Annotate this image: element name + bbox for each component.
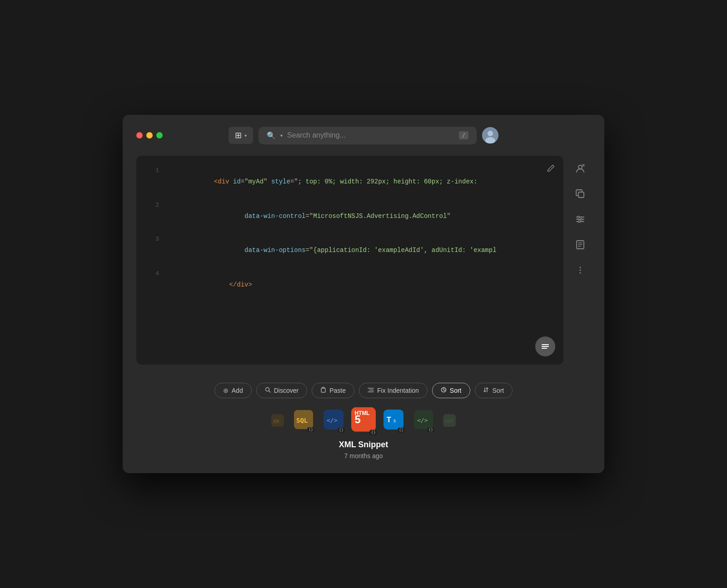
sidebar-more-icon[interactable] [572,262,588,278]
code-line-4: 4 </div> [136,268,563,302]
code-line-2: 2 data-win-control="MicrosoftNSJS.Advert… [136,199,563,234]
bottom-section: ⊕ Add Discover P [123,378,604,473]
close-button[interactable] [136,132,143,138]
sidebar-notes-icon[interactable] [572,237,588,253]
sort-time-icon [441,387,447,394]
code-line-1: 1 <div id="myAd" style="; top: 0%; width… [136,165,563,199]
titlebar-center: ⊞ ▾ 🔍 ▾ Search anything... / [229,127,498,144]
add-icon: ⊕ [223,387,229,394]
discover-button[interactable]: Discover [256,383,307,398]
paste-icon [320,387,326,394]
snippet-item-2[interactable]: SQL {} [292,409,315,432]
edit-icon-button[interactable] [547,164,555,174]
sort-alpha-icon [483,387,489,394]
right-sidebar [570,156,591,365]
snippet-title: XML Snippet [136,440,591,450]
minimize-button[interactable] [146,132,153,138]
line-number-1: 1 [145,165,159,176]
code-content-4: </div> [168,268,252,302]
sort-time-label: Sort [450,387,462,394]
svg-text:s: s [393,418,396,423]
svg-text:</>: </> [327,417,338,424]
toolbar: ⊕ Add Discover P [136,383,591,398]
svg-text:XM: XM [273,419,279,425]
text-format-button[interactable] [535,336,555,356]
add-button[interactable]: ⊕ Add [214,383,252,398]
snippet-date: 7 months ago [136,452,591,460]
discover-label: Discover [274,387,299,394]
sidebar-copy-icon[interactable] [572,186,588,202]
svg-line-22 [269,391,270,393]
search-slash-badge: / [459,131,468,139]
code-line-3: 3 data-win-options="{applicationId: 'exa… [136,233,563,268]
svg-text:SQL: SQL [296,417,308,424]
snippet-item-html5[interactable]: 5 HTML {} [351,408,376,433]
snippet-item-3[interactable]: </> {} [322,409,345,432]
svg-point-12 [580,218,582,220]
svg-rect-23 [321,388,325,392]
svg-text:</>: </> [417,417,428,424]
view-switcher-arrow: ▾ [244,133,247,138]
snippet-item-ts[interactable]: T s {} [382,409,405,432]
view-switcher[interactable]: ⊞ ▾ [229,127,253,144]
search-filter-arrow: ▾ [280,133,283,138]
svg-point-13 [578,221,580,222]
add-label: Add [232,387,243,394]
line-number-2: 2 [145,200,159,210]
fix-indentation-label: Fix Indentation [377,387,419,394]
sidebar-settings-icon[interactable] [572,211,588,227]
line-number-3: 3 [145,234,159,244]
svg-point-6 [578,165,582,169]
snippet-icons-row: XM SQL {} </> [136,409,591,432]
maximize-button[interactable] [156,132,163,138]
svg-point-20 [580,272,581,274]
svg-point-11 [578,216,579,218]
titlebar: ⊞ ▾ 🔍 ▾ Search anything... / [123,115,604,156]
paste-button[interactable]: Paste [312,383,354,398]
fix-indentation-button[interactable]: Fix Indentation [359,383,428,398]
sort-alpha-button[interactable]: Sort [475,383,513,398]
svg-point-18 [580,267,581,268]
traffic-lights [136,132,163,138]
snippet-item-6[interactable]: </> {} [412,409,435,432]
code-content-1: <div id="myAd" style="; top: 0%; width: … [168,165,478,199]
main-content: 1 <div id="myAd" style="; top: 0%; width… [123,156,604,378]
paste-label: Paste [329,387,346,394]
svg-text:</>: </> [445,418,453,423]
line-number-4: 4 [145,268,159,279]
snippet-item-7[interactable]: </> [442,413,457,428]
app-window: ⊞ ▾ 🔍 ▾ Search anything... / [123,115,604,473]
fix-indentation-icon [368,387,374,394]
code-content-3: data-win-options="{applicationId: 'examp… [168,233,497,268]
user-avatar[interactable] [482,127,498,143]
view-switcher-icon: ⊞ [235,130,242,140]
svg-line-29 [443,390,445,391]
svg-point-1 [488,131,493,136]
code-content-2: data-win-control="MicrosoftNSJS.Advertis… [168,199,451,234]
sort-time-button[interactable]: Sort [432,383,470,398]
snippet-item-1[interactable]: XM [270,413,285,428]
sidebar-link-icon[interactable] [572,160,588,177]
svg-text:T: T [387,416,391,424]
svg-rect-7 [578,192,584,198]
svg-point-19 [580,270,581,271]
code-editor: 1 <div id="myAd" style="; top: 0%; width… [136,156,563,365]
sort-alpha-label: Sort [493,387,504,394]
discover-icon [265,387,271,394]
code-lines: 1 <div id="myAd" style="; top: 0%; width… [136,165,563,302]
search-icon: 🔍 [267,131,276,140]
search-bar[interactable]: 🔍 ▾ Search anything... / [259,127,477,144]
search-placeholder: Search anything... [287,131,454,139]
svg-text:HTML: HTML [355,410,370,416]
